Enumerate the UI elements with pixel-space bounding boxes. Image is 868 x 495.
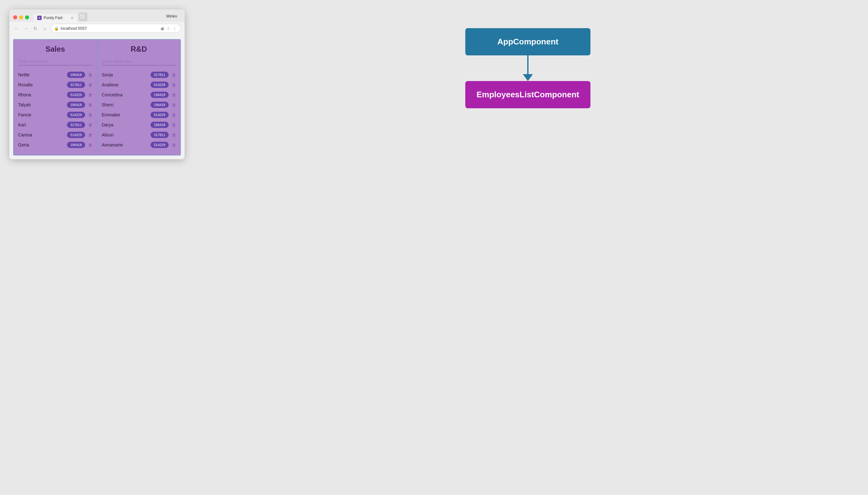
employee-name: Darya [102, 122, 148, 127]
delete-button[interactable]: 🗑 [88, 133, 92, 137]
delete-button[interactable]: 🗑 [88, 73, 92, 77]
employee-badge: 514229 [151, 112, 169, 118]
browser-titlebar: A Purely Fast ✕ ⬜ Minko [10, 10, 185, 22]
employee-badge: 196418 [151, 102, 169, 108]
employee-badge: 196418 [67, 72, 85, 78]
delete-button[interactable]: 🗑 [88, 113, 92, 117]
employee-name: Talyah [18, 102, 65, 107]
delete-button[interactable]: 🗑 [172, 133, 176, 137]
url-bar[interactable]: 🔒 localhost:5557 ◕ ☆ ⋮ [51, 24, 181, 33]
cast-icon[interactable]: ◕ [160, 25, 165, 31]
employee-badge: 514229 [67, 112, 85, 118]
delete-button[interactable]: 🗑 [172, 143, 176, 147]
employee-badge: 317811 [151, 132, 169, 138]
delete-button[interactable]: 🗑 [88, 103, 92, 107]
employee-badge: 514229 [67, 132, 85, 138]
tab-title: Purely Fast [44, 16, 63, 20]
table-row: Nettle 196418 🗑 [18, 70, 92, 80]
table-row: Fancie 514229 🗑 [18, 110, 92, 120]
employees-component-box: EmployeesListComponent [465, 81, 591, 108]
sales-input[interactable] [18, 58, 92, 65]
employee-badge: 196418 [151, 92, 169, 98]
employees-component-label: EmployeesListComponent [477, 90, 579, 99]
employee-name: Analiese [102, 82, 148, 87]
table-row: Talyah 196418 🗑 [18, 100, 92, 110]
sales-title: Sales [18, 45, 92, 53]
employee-badge: 196418 [67, 102, 85, 108]
browser-tab[interactable]: A Purely Fast ✕ [33, 14, 77, 22]
employee-name: Concettina [102, 92, 148, 97]
table-row: Concettina 196418 🗑 [102, 90, 176, 100]
table-row: Annamarie 514229 🗑 [102, 140, 176, 150]
delete-button[interactable]: 🗑 [88, 83, 92, 87]
table-row: Darya 196418 🗑 [102, 120, 176, 130]
more-icon[interactable]: ⋮ [172, 25, 177, 31]
new-tab-button[interactable]: ⬜ [79, 13, 87, 21]
rnd-employee-list: Sonja 317811 🗑 Analiese 514229 🗑 Concett… [102, 70, 176, 150]
app-component-box: AppComponent [465, 28, 591, 55]
tab-favicon: A [37, 16, 41, 20]
table-row: Emmalee 514229 🗑 [102, 110, 176, 120]
security-icon: 🔒 [54, 26, 59, 31]
delete-button[interactable]: 🗑 [172, 123, 176, 127]
employee-badge: 196418 [151, 122, 169, 128]
delete-button[interactable]: 🗑 [172, 103, 176, 107]
employee-badge: 514229 [151, 82, 169, 88]
browser-window: A Purely Fast ✕ ⬜ Minko ← → ↻ ⌂ 🔒 localh… [10, 10, 185, 159]
reload-button[interactable]: ↻ [32, 25, 39, 32]
bookmark-icon[interactable]: ☆ [166, 25, 171, 31]
employee-name: Sherri [102, 102, 148, 107]
table-row: Sherri 196418 🗑 [102, 100, 176, 110]
app-container: Sales Nettle 196418 🗑 Rosalie 317811 🗑 R… [13, 39, 181, 155]
delete-button[interactable]: 🗑 [172, 73, 176, 77]
component-diagram: AppComponent EmployeesListComponent [197, 10, 858, 127]
rnd-title: R&D [102, 45, 176, 53]
arrow-head [523, 74, 533, 81]
arrow-line [527, 55, 528, 74]
close-button[interactable] [13, 15, 17, 19]
employee-badge: 514229 [151, 142, 169, 148]
employee-name: Emmalee [102, 112, 148, 117]
employee-name: Fancie [18, 112, 65, 117]
diagram-arrow [523, 55, 533, 81]
maximize-button[interactable] [25, 15, 29, 19]
delete-button[interactable]: 🗑 [172, 113, 176, 117]
table-row: Rosalie 317811 🗑 [18, 80, 92, 90]
table-row: Alisun 317811 🗑 [102, 130, 176, 140]
delete-button[interactable]: 🗑 [88, 143, 92, 147]
table-row: Rhona 514229 🗑 [18, 90, 92, 100]
delete-button[interactable]: 🗑 [172, 92, 176, 97]
minimize-button[interactable] [19, 15, 23, 19]
sales-employee-list: Nettle 196418 🗑 Rosalie 317811 🗑 Rhona 5… [18, 70, 92, 150]
employee-name: Rosalie [18, 82, 65, 87]
employee-badge: 514229 [67, 92, 85, 98]
page-wrapper: A Purely Fast ✕ ⬜ Minko ← → ↻ ⌂ 🔒 localh… [10, 10, 858, 159]
employee-badge: 196418 [67, 142, 85, 148]
back-button[interactable]: ← [13, 25, 20, 32]
delete-button[interactable]: 🗑 [88, 92, 92, 97]
table-row: Gerta 196418 🗑 [18, 140, 92, 150]
app-component-label: AppComponent [497, 37, 559, 46]
url-text: localhost:5557 [61, 26, 87, 31]
home-button[interactable]: ⌂ [41, 25, 48, 32]
employee-name: Annamarie [102, 142, 148, 147]
address-bar: ← → ↻ ⌂ 🔒 localhost:5557 ◕ ☆ ⋮ [10, 22, 185, 35]
user-label: Minko [166, 14, 177, 18]
employee-badge: 317811 [67, 82, 85, 88]
employee-badge: 317811 [151, 72, 169, 78]
tab-close-button[interactable]: ✕ [71, 16, 73, 20]
rnd-panel: R&D Sonja 317811 🗑 Analiese 514229 🗑 Con… [97, 40, 180, 155]
address-actions: ◕ ☆ ⋮ [160, 25, 177, 31]
delete-button[interactable]: 🗑 [172, 83, 176, 87]
rnd-input[interactable] [102, 58, 176, 65]
sales-panel: Sales Nettle 196418 🗑 Rosalie 317811 🗑 R… [14, 40, 97, 155]
table-row: Kari 317811 🗑 [18, 120, 92, 130]
table-row: Caresa 514229 🗑 [18, 130, 92, 140]
employee-name: Rhona [18, 92, 65, 97]
table-row: Sonja 317811 🗑 [102, 70, 176, 80]
browser-content: Sales Nettle 196418 🗑 Rosalie 317811 🗑 R… [10, 35, 185, 159]
employee-name: Alisun [102, 132, 148, 137]
delete-button[interactable]: 🗑 [88, 123, 92, 127]
forward-button[interactable]: → [22, 25, 30, 32]
employee-name: Sonja [102, 72, 148, 77]
